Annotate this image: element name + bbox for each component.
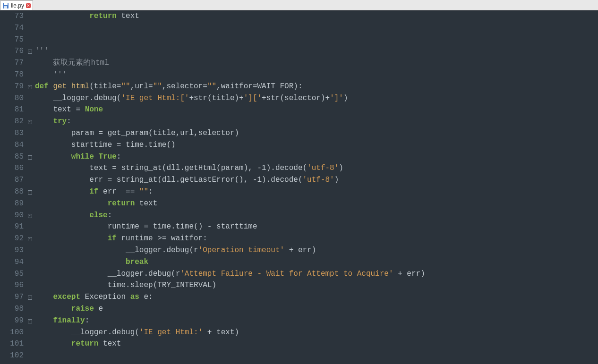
line-number: 79 <box>0 81 24 93</box>
code-line[interactable]: runtime = time.time() - starttime <box>35 221 598 233</box>
line-number: 77 <box>0 57 24 69</box>
fold-cell <box>26 327 33 339</box>
fold-cell <box>26 69 33 81</box>
line-number: 84 <box>0 139 24 151</box>
code-line[interactable]: try: <box>35 116 598 127</box>
line-number: 80 <box>0 93 24 104</box>
fold-cell <box>26 338 33 350</box>
fold-toggle-icon[interactable]: - <box>28 50 32 54</box>
line-number: 98 <box>0 303 24 315</box>
fold-cell <box>26 268 33 280</box>
code-line[interactable]: __logger.debug(r'Attempt Failure - Wait … <box>35 268 598 280</box>
code-line[interactable]: if runtime >= waitfor: <box>35 233 598 245</box>
fold-cell <box>26 139 33 151</box>
line-number: 94 <box>0 256 24 268</box>
line-number: 73 <box>0 10 24 22</box>
code-line[interactable] <box>35 350 598 362</box>
svg-rect-1 <box>4 3 8 5</box>
code-line[interactable]: 获取元素的html <box>35 57 598 69</box>
svg-rect-2 <box>4 6 7 8</box>
line-number-gutter: 7374757677787980818283848586878889909192… <box>0 10 26 364</box>
line-number: 91 <box>0 221 24 233</box>
code-line[interactable]: err = string_at(dll.getLastError(), -1).… <box>35 174 598 186</box>
code-line[interactable]: except Exception as e: <box>35 291 598 303</box>
fold-toggle-icon[interactable]: - <box>28 237 32 241</box>
code-line[interactable]: text = string_at(dll.getHtml(param), -1)… <box>35 162 598 174</box>
code-line[interactable]: while True: <box>35 151 598 163</box>
code-line[interactable]: return text <box>35 198 598 210</box>
fold-cell <box>26 174 33 186</box>
code-editor[interactable]: 7374757677787980818283848586878889909192… <box>0 10 598 364</box>
line-number: 76 <box>0 45 24 57</box>
fold-toggle-icon[interactable]: - <box>28 319 32 323</box>
fold-cell <box>26 10 33 22</box>
line-number: 96 <box>0 279 24 291</box>
line-number: 93 <box>0 245 24 256</box>
fold-cell: - <box>26 151 33 163</box>
fold-cell: - <box>26 315 33 327</box>
fold-cell <box>26 198 33 210</box>
fold-cell <box>26 162 33 174</box>
fold-cell <box>26 350 33 362</box>
fold-cell <box>26 303 33 315</box>
code-line[interactable]: text = None <box>35 104 598 116</box>
fold-cell <box>26 34 33 46</box>
line-number: 101 <box>0 338 24 350</box>
code-line[interactable]: finally: <box>35 315 598 327</box>
line-number: 89 <box>0 198 24 210</box>
fold-cell: - <box>26 186 33 198</box>
fold-cell <box>26 279 33 291</box>
code-line[interactable]: ''' <box>35 45 598 57</box>
line-number: 92 <box>0 233 24 245</box>
fold-cell: - <box>26 233 33 245</box>
line-number: 78 <box>0 69 24 81</box>
code-line[interactable]: time.sleep(TRY_INTERVAL) <box>35 279 598 291</box>
line-number: 74 <box>0 22 24 34</box>
save-icon <box>2 2 9 9</box>
fold-cell <box>26 57 33 69</box>
fold-toggle-icon[interactable]: - <box>28 214 32 218</box>
line-number: 88 <box>0 186 24 198</box>
code-line[interactable]: __logger.debug('IE get Html:['+str(title… <box>35 93 598 104</box>
code-line[interactable]: starttime = time.time() <box>35 139 598 151</box>
fold-cell: - <box>26 45 33 57</box>
line-number: 99 <box>0 315 24 327</box>
line-number: 87 <box>0 174 24 186</box>
line-number: 85 <box>0 151 24 163</box>
code-line[interactable]: return text <box>35 10 598 22</box>
fold-cell <box>26 22 33 34</box>
line-number: 86 <box>0 162 24 174</box>
code-line[interactable]: break <box>35 256 598 268</box>
code-line[interactable]: else: <box>35 210 598 221</box>
fold-cell: - <box>26 116 33 127</box>
close-icon[interactable]: ✕ <box>26 3 31 8</box>
fold-cell <box>26 256 33 268</box>
code-line[interactable]: ''' <box>35 69 598 81</box>
code-area[interactable]: return text''' 获取元素的html '''def get_html… <box>33 10 598 364</box>
code-line[interactable]: raise e <box>35 303 598 315</box>
fold-column: --------- <box>26 10 33 364</box>
code-line[interactable]: def get_html(title="",url="",selector=""… <box>35 81 598 93</box>
fold-cell <box>26 245 33 256</box>
code-line[interactable] <box>35 22 598 34</box>
code-line[interactable]: param = get_param(title,url,selector) <box>35 127 598 139</box>
code-line[interactable] <box>35 34 598 46</box>
file-tab[interactable]: iie.py ✕ <box>0 0 33 10</box>
fold-toggle-icon[interactable]: - <box>28 296 32 300</box>
fold-cell <box>26 127 33 139</box>
fold-cell: - <box>26 81 33 93</box>
code-line[interactable]: return text <box>35 338 598 350</box>
tab-bar: iie.py ✕ <box>0 0 598 10</box>
line-number: 75 <box>0 34 24 46</box>
line-number: 95 <box>0 268 24 280</box>
fold-cell <box>26 93 33 104</box>
code-line[interactable]: if err == "": <box>35 186 598 198</box>
fold-cell <box>26 221 33 233</box>
fold-cell <box>26 104 33 116</box>
code-line[interactable]: __logger.debug('IE get Html:' + text) <box>35 327 598 339</box>
code-line[interactable]: __logger.debug(r'Operation timeout' + er… <box>35 245 598 256</box>
fold-toggle-icon[interactable]: - <box>28 120 32 124</box>
fold-toggle-icon[interactable]: - <box>28 155 32 160</box>
fold-toggle-icon[interactable]: - <box>28 85 32 89</box>
fold-toggle-icon[interactable]: - <box>28 190 32 195</box>
